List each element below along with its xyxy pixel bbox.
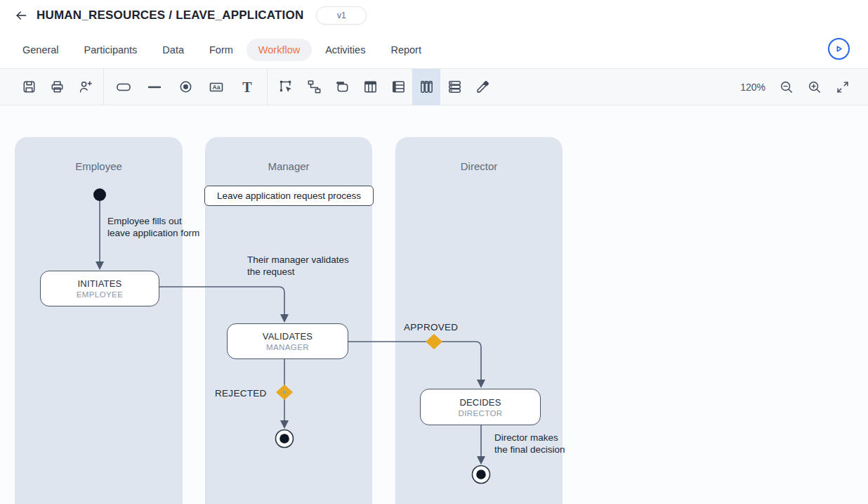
table-columns-icon <box>362 79 379 95</box>
node-subtitle: DIRECTOR <box>458 409 502 418</box>
connect-tool-button[interactable] <box>300 69 328 105</box>
horizontal-lanes-tool-button[interactable] <box>440 69 468 105</box>
titled-state-icon <box>334 79 350 95</box>
tab-activities[interactable]: Activities <box>325 44 365 56</box>
svg-text:Aa: Aa <box>213 84 221 91</box>
workflow-editor-app: HUMAN_RESOURCES / LEAVE_APPLICATION v1 G… <box>0 0 868 504</box>
zoom-out-button[interactable] <box>772 69 801 105</box>
state-tool-button[interactable] <box>108 69 139 105</box>
text-icon: T <box>239 79 256 96</box>
node-validates[interactable]: VALIDATES MANAGER <box>227 323 348 359</box>
horizontal-lanes-icon <box>447 79 463 95</box>
end-state-tool-button[interactable] <box>170 69 201 105</box>
line-icon <box>146 79 163 96</box>
vertical-lanes-icon <box>419 79 435 95</box>
save-icon <box>21 79 37 95</box>
svg-text:T: T <box>242 79 252 94</box>
label-tool-button[interactable]: Aa <box>201 69 232 105</box>
node-title: DECIDES <box>459 397 501 408</box>
state-shape-icon <box>115 79 132 96</box>
expand-icon <box>835 79 850 95</box>
end-state-icon <box>178 79 194 95</box>
transition-tool-button[interactable] <box>139 69 170 105</box>
tab-participants[interactable]: Participants <box>84 44 138 56</box>
node-subtitle: EMPLOYEE <box>77 290 123 299</box>
select-tool-button[interactable] <box>272 69 300 105</box>
edge-label-start-note: Employee fills out leave application for… <box>107 215 199 239</box>
fit-screen-button[interactable] <box>829 69 857 105</box>
add-person-icon <box>77 79 93 95</box>
node-initiates[interactable]: INITIATES EMPLOYEE <box>40 271 159 306</box>
zoom-out-icon <box>779 79 794 95</box>
select-tool-icon <box>278 79 294 95</box>
toolbar-separator <box>103 69 104 105</box>
tab-workflow[interactable]: Workflow <box>246 39 312 61</box>
node-subtitle: MANAGER <box>266 343 309 351</box>
tab-form[interactable]: Form <box>209 44 233 56</box>
page-title: HUMAN_RESOURCES / LEAVE_APPLICATION <box>37 8 303 22</box>
node-title: VALIDATES <box>263 331 313 342</box>
edge-label-decide-note: Director makes the final decision <box>494 432 565 455</box>
eyedropper-icon <box>475 79 491 95</box>
save-button[interactable] <box>15 69 43 105</box>
header: HUMAN_RESOURCES / LEAVE_APPLICATION v1 <box>0 0 868 31</box>
label-icon: Aa <box>208 79 225 96</box>
table-rows-icon <box>390 79 407 95</box>
lane-title: Employee <box>15 137 183 172</box>
table-rows-tool-button[interactable] <box>384 69 412 105</box>
workflow-canvas[interactable]: Employee Manager Director <box>0 105 868 504</box>
diagram-toolbar: Aa T <box>0 68 868 105</box>
lane-title: Manager <box>205 137 372 172</box>
lane-employee[interactable]: Employee <box>15 137 183 504</box>
edge-label-rejected: REJECTED <box>215 387 267 399</box>
vertical-lanes-tool-button[interactable] <box>412 69 440 105</box>
node-title: INITIATES <box>78 278 122 289</box>
back-button[interactable] <box>11 6 31 25</box>
print-button[interactable] <box>43 69 71 105</box>
edge-label-validate-note: Their manager validates the request <box>247 254 349 278</box>
tab-general[interactable]: General <box>22 44 59 56</box>
tab-report[interactable]: Report <box>390 44 421 56</box>
color-picker-tool-button[interactable] <box>468 69 497 105</box>
process-title-box[interactable]: Leave application request process <box>204 186 374 206</box>
back-arrow-icon <box>14 8 28 22</box>
table-columns-tool-button[interactable] <box>356 69 384 105</box>
connector-icon <box>306 79 322 95</box>
zoom-in-icon <box>807 79 822 95</box>
play-icon <box>834 44 844 54</box>
zoom-in-button[interactable] <box>801 69 829 105</box>
text-tool-button[interactable]: T <box>232 69 263 105</box>
add-participant-button[interactable] <box>71 69 99 105</box>
tab-data[interactable]: Data <box>162 44 184 56</box>
node-decides[interactable]: DECIDES DIRECTOR <box>420 389 541 425</box>
toolbar-separator <box>267 69 268 105</box>
tab-bar: General Participants Data Form Workflow … <box>0 31 868 68</box>
toolbar-zoom-group: 120% <box>740 69 857 105</box>
zoom-level: 120% <box>740 82 765 93</box>
lane-title: Director <box>395 137 563 172</box>
state-with-title-tool-button[interactable] <box>328 69 356 105</box>
edge-label-approved: APPROVED <box>404 321 458 333</box>
version-badge[interactable]: v1 <box>316 6 367 25</box>
run-workflow-button[interactable] <box>828 38 850 60</box>
print-icon <box>49 79 65 95</box>
